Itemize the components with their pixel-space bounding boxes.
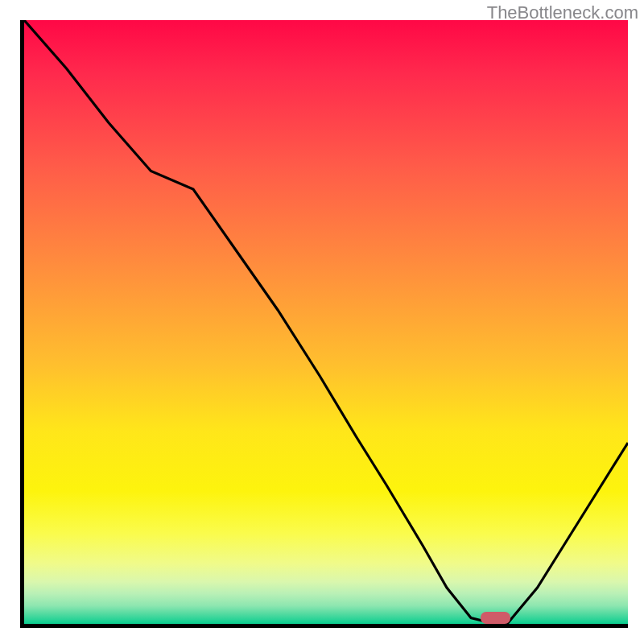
bottleneck-curve	[24, 20, 628, 624]
curve-svg	[24, 20, 628, 624]
optimal-marker	[481, 612, 510, 624]
chart-plot-area	[20, 20, 628, 628]
